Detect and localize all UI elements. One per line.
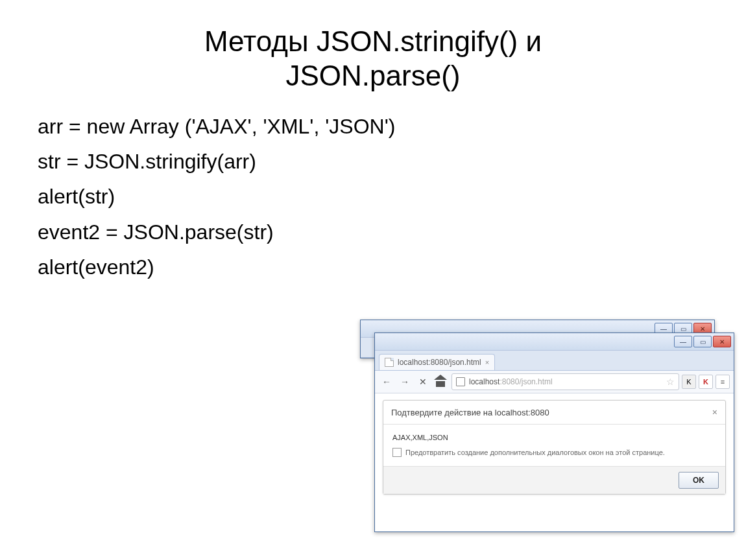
extension-k-label: K [686, 378, 691, 386]
minimize-button[interactable]: — [674, 336, 692, 347]
titlebar: — ▭ ✕ [375, 333, 734, 351]
bookmark-star-icon[interactable]: ☆ [666, 377, 675, 387]
url-text: localhost:8080/json.html [469, 377, 553, 386]
slide-title-line1: Методы JSON.stringify() и [0, 25, 746, 59]
suppress-checkbox-label: Предотвратить создание дополнительных ди… [405, 449, 665, 456]
code-line-5: alert(event2) [38, 250, 746, 285]
maximize-button[interactable]: ▭ [693, 336, 712, 347]
dialog-suppress-row: Предотвратить создание дополнительных ди… [383, 445, 725, 466]
browser-window: — ▭ ✕ localhost:8080/json.html × ← → ✕ l… [374, 332, 734, 532]
tab-close-button[interactable]: × [485, 358, 489, 366]
js-alert-dialog: Подтвердите действие на localhost:8080 ×… [383, 400, 726, 495]
code-line-1: arr = new Array ('AJAX', 'XML', 'JSON') [38, 109, 746, 144]
forward-button[interactable]: → [397, 374, 413, 390]
code-line-2: str = JSON.stringify(arr) [38, 144, 746, 179]
back-button[interactable]: ← [379, 374, 394, 390]
page-icon [385, 358, 394, 367]
code-line-3: alert(str) [38, 179, 746, 214]
maximize-icon: ▭ [700, 338, 706, 345]
reload-icon: ✕ [419, 377, 427, 387]
close-icon: ✕ [700, 325, 705, 332]
extension-kaspersky[interactable]: K [699, 375, 713, 389]
slide-title-line2: JSON.parse() [0, 59, 746, 93]
close-icon: ✕ [719, 338, 725, 345]
dialog-message: AJAX,XML,JSON [383, 425, 725, 445]
dialog-header-text: Подтвердите действие на localhost:8080 [391, 408, 549, 417]
browser-tab[interactable]: localhost:8080/json.html × [379, 354, 495, 370]
minimize-icon: — [680, 338, 686, 345]
ok-button[interactable]: OK [679, 472, 719, 489]
address-bar[interactable]: localhost:8080/json.html ☆ [451, 373, 679, 390]
browser-toolbar: ← → ✕ localhost:8080/json.html ☆ K K ≡ [375, 371, 734, 393]
tabstrip: localhost:8080/json.html × [375, 351, 734, 371]
minimize-icon: — [660, 325, 667, 332]
slide-body: arr = new Array ('AJAX', 'XML', 'JSON') … [0, 93, 746, 285]
menu-icon: ≡ [721, 378, 725, 386]
code-line-4: event2 = JSON.parse(str) [38, 215, 746, 250]
slide-title: Методы JSON.stringify() и JSON.parse() [0, 0, 746, 93]
home-button[interactable] [433, 374, 449, 390]
home-icon [435, 377, 447, 387]
dialog-button-row: OK [383, 466, 725, 494]
forward-icon: → [400, 377, 409, 387]
close-button[interactable]: ✕ [713, 336, 731, 347]
dialog-header: Подтвердите действие на localhost:8080 × [383, 401, 725, 425]
url-rest: :8080/json.html [499, 377, 552, 386]
maximize-icon: ▭ [680, 325, 686, 332]
reload-button[interactable]: ✕ [415, 374, 431, 390]
url-host: localhost [469, 377, 499, 386]
back-icon: ← [382, 377, 391, 387]
suppress-checkbox[interactable] [392, 448, 402, 457]
ok-button-label: OK [693, 476, 704, 485]
extension-kaspersky-label: K [703, 378, 708, 386]
browser-menu-button[interactable]: ≡ [716, 375, 730, 389]
tab-title: localhost:8080/json.html [398, 358, 481, 367]
extension-k[interactable]: K [682, 375, 696, 389]
site-icon [456, 377, 465, 386]
dialog-close-button[interactable]: × [712, 407, 717, 417]
